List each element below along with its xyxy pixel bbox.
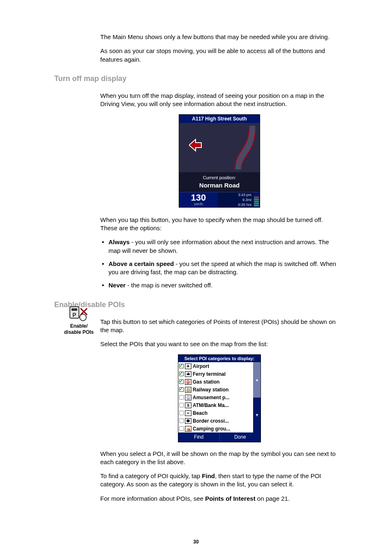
intro-p2: As soon as your car stops moving, you wi… <box>100 47 339 64</box>
pois-p4a: To find a category of POI quickly, tap <box>100 472 202 479</box>
poi-item[interactable]: ⛃Border crossi... <box>178 417 253 425</box>
poi-category-icon: $ <box>185 402 191 408</box>
option-always: Always - you will only see information a… <box>100 238 339 255</box>
poi-item[interactable]: 🚉Railway station <box>178 386 253 393</box>
poi-list-footer: Find Done <box>178 432 261 442</box>
poi-list-scrollbar[interactable]: ▲ ▼ <box>253 362 261 432</box>
poi-checkbox[interactable] <box>179 403 184 407</box>
pois-p5c: on page 21. <box>256 495 290 502</box>
poi-category-icon: 🎡 <box>185 395 191 400</box>
poi-checkbox[interactable] <box>179 372 184 376</box>
dv-road-name: Norman Road <box>179 181 260 192</box>
poi-item-label: Amusement p... <box>193 394 229 401</box>
poi-checkbox[interactable] <box>179 379 184 384</box>
dv-current-position-label: Current position: <box>179 172 260 181</box>
pois-p3: When you select a POI, it will be shown … <box>100 450 339 467</box>
poi-checkbox[interactable] <box>179 364 184 368</box>
dv-distance: 130 yards <box>179 192 218 207</box>
poi-item-label: ATM/Bank Ma... <box>193 402 229 409</box>
pois-p1: Tap this button to set which categories … <box>100 318 339 335</box>
poi-category-icon: ≈ <box>185 410 191 416</box>
svg-marker-0 <box>189 139 201 151</box>
option-always-text: - you will only see information about th… <box>108 238 329 254</box>
poi-item[interactable]: ≈Beach <box>178 409 253 417</box>
poi-item[interactable]: ✈Airport <box>178 362 253 370</box>
poi-item-label: Beach <box>193 410 208 416</box>
poi-category-icon: 🚉 <box>185 387 191 393</box>
pois-p2: Select the POIs that you want to see on … <box>100 340 339 348</box>
done-button[interactable]: Done <box>219 432 261 442</box>
enable-disable-pois-icon: P <box>69 305 89 321</box>
poi-category-icon: ✈ <box>185 363 191 369</box>
pois-p5-link: Points of Interest <box>205 495 256 502</box>
poi-checkbox[interactable] <box>179 387 184 392</box>
option-above-speed-label: Above a certain speed <box>108 260 174 267</box>
page-number: 30 <box>0 539 392 545</box>
poi-item[interactable]: ⛽Gas station <box>178 378 253 386</box>
poi-item[interactable]: 🎡Amusement p... <box>178 393 253 401</box>
pois-block: Tap this button to set which categories … <box>100 318 339 503</box>
enable-disable-pois-button[interactable]: P Enable/ disable POIs <box>61 305 97 335</box>
pois-p4-find: Find <box>202 472 215 479</box>
poi-checkbox[interactable] <box>179 411 184 415</box>
option-never-text: - the map is never switched off. <box>126 282 213 289</box>
poi-category-icon: ⛺ <box>185 426 191 432</box>
dv-signal-bars-icon <box>253 192 260 207</box>
left-turn-arrow-icon <box>189 137 205 153</box>
poi-item-label: Gas station <box>193 379 219 385</box>
pois-p4: To find a category of POI quickly, tap F… <box>100 472 339 489</box>
option-never-label: Never <box>108 282 126 289</box>
driving-view-screenshot: A117 High Street South Current position:… <box>179 114 260 208</box>
poi-checkbox[interactable] <box>179 419 184 423</box>
dv-remaining-dist: 9.3mi <box>219 197 251 202</box>
intro-p1: The Main Menu shows only a few buttons t… <box>100 33 339 41</box>
intro-block: The Main Menu shows only a few buttons t… <box>100 33 339 64</box>
svg-rect-2 <box>71 308 77 311</box>
poi-list-screenshot: Select POI categories to display: ✈Airpo… <box>178 354 261 442</box>
poi-item-label: Ferry terminal <box>193 371 226 377</box>
pois-p5: For more information about POIs, see Poi… <box>100 495 339 503</box>
poi-item[interactable]: $ATM/Bank Ma... <box>178 401 253 409</box>
poi-item-label: Camping grou... <box>193 426 230 432</box>
dv-distance-value: 130 <box>191 193 206 202</box>
dv-distance-unit: yards <box>194 202 203 206</box>
scroll-up-icon[interactable]: ▲ <box>253 362 261 398</box>
turn-off-p1: When you turn off the map display, inste… <box>100 92 339 109</box>
poi-item[interactable]: ⛺Camping grou... <box>178 425 253 432</box>
page: The Main Menu shows only a few buttons t… <box>0 0 392 555</box>
poi-list-items: ✈Airport⛴Ferry terminal⛽Gas station🚉Rail… <box>178 362 253 432</box>
find-button[interactable]: Find <box>178 432 219 442</box>
dv-lane-graphic <box>179 123 260 172</box>
dv-remaining-time: 0:25 hrs <box>219 202 251 207</box>
option-always-label: Always <box>108 238 130 245</box>
svg-text:P: P <box>72 312 76 318</box>
poi-item-label: Border crossi... <box>193 418 229 424</box>
turn-off-block: When you turn off the map display, inste… <box>100 92 339 290</box>
scroll-down-icon[interactable]: ▼ <box>253 398 261 433</box>
poi-item-label: Airport <box>193 363 209 370</box>
enable-disable-pois-caption: Enable/ disable POIs <box>61 323 97 335</box>
poi-checkbox[interactable] <box>179 395 184 400</box>
poi-item[interactable]: ⛴Ferry terminal <box>178 370 253 378</box>
poi-checkbox[interactable] <box>179 426 184 431</box>
turn-off-options: Always - you will only see information a… <box>100 238 339 289</box>
poi-list-title: Select POI categories to display: <box>178 355 261 363</box>
dv-street: A117 High Street South <box>179 115 260 123</box>
dv-trip-meta: 3:43 pm 9.3mi 0:25 hrs <box>218 192 253 207</box>
turn-off-p2: When you tap this button, you have to sp… <box>100 216 339 233</box>
pois-p5a: For more information about POIs, see <box>100 495 205 502</box>
heading-turn-off-map: Turn off map display <box>54 74 339 83</box>
poi-category-icon: ⛽ <box>185 379 191 385</box>
option-above-speed: Above a certain speed - you set the spee… <box>100 260 339 277</box>
poi-category-icon: ⛃ <box>185 418 191 424</box>
poi-category-icon: ⛴ <box>185 371 191 377</box>
road-curve-icon <box>227 125 256 170</box>
dv-time: 3:43 pm <box>219 192 251 197</box>
dv-status-bar: 130 yards 3:43 pm 9.3mi 0:25 hrs <box>179 192 260 207</box>
poi-item-label: Railway station <box>193 386 228 393</box>
option-never: Never - the map is never switched off. <box>100 281 339 289</box>
